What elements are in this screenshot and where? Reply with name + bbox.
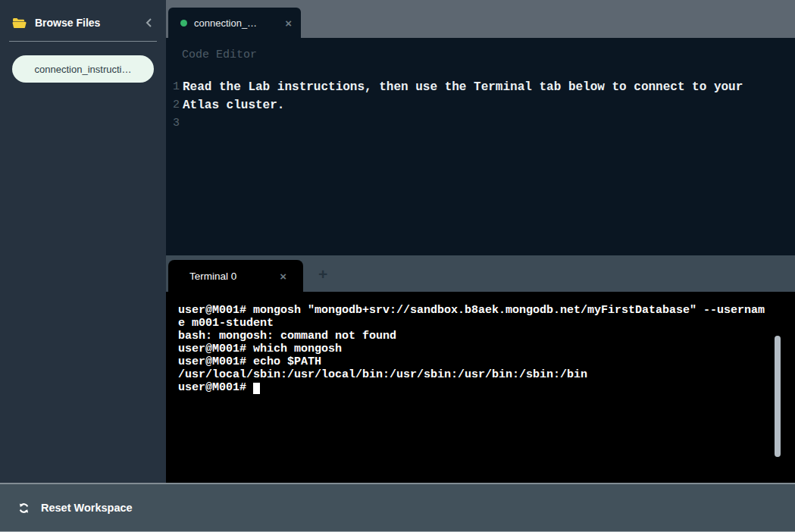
code-line: 2 Atlas cluster.	[166, 96, 795, 114]
reset-workspace-label: Reset Workspace	[41, 502, 133, 514]
code-text: Read the Lab instructions, then use the …	[183, 78, 743, 96]
sidebar-header: Browse Files	[0, 0, 166, 41]
file-browser-sidebar: Browse Files connection_instructi…	[0, 0, 166, 483]
footer-bar: Reset Workspace	[0, 483, 795, 532]
unsaved-changes-dot-icon	[180, 20, 187, 27]
line-number: 2	[172, 96, 180, 114]
terminal-scrollbar-thumb[interactable]	[775, 336, 781, 457]
sidebar-divider	[9, 41, 157, 42]
code-editor[interactable]: Code Editor 1 Read the Lab instructions,…	[166, 38, 795, 255]
refresh-icon	[18, 502, 30, 514]
code-line: 1 Read the Lab instructions, then use th…	[166, 78, 795, 96]
sidebar-title: Browse Files	[35, 17, 136, 29]
terminal-cursor	[253, 383, 260, 394]
reset-workspace-button[interactable]: Reset Workspace	[18, 502, 133, 514]
terminal-prompt: user@M001#	[178, 381, 253, 394]
lab-workspace: Browse Files connection_instructi…	[0, 0, 795, 532]
terminal-tabbar: Terminal 0 × +	[166, 255, 795, 292]
editor-pane: connection_… × Code Editor 1 Read the La…	[166, 0, 795, 255]
terminal-output[interactable]: user@M001# mongosh "mongodb+srv://sandbo…	[166, 292, 795, 483]
collapse-sidebar-button[interactable]	[145, 17, 152, 28]
code-text: Atlas cluster.	[183, 96, 284, 114]
terminal-line: bash: mongosh: command not found	[178, 330, 772, 343]
close-icon[interactable]: ×	[285, 17, 292, 29]
line-number: 3	[172, 114, 180, 133]
editor-tabbar: connection_… ×	[166, 0, 795, 38]
content-column: connection_… × Code Editor 1 Read the La…	[166, 0, 795, 483]
add-terminal-icon[interactable]: +	[314, 266, 332, 282]
editor-placeholder-label: Code Editor	[166, 48, 795, 63]
terminal-tab-0[interactable]: Terminal 0 ×	[168, 260, 303, 292]
file-item-connection-instructions[interactable]: connection_instructi…	[12, 55, 154, 83]
chevron-left-icon	[145, 17, 152, 28]
line-number: 1	[172, 78, 180, 96]
file-item-label: connection_instructi…	[35, 64, 132, 75]
folder-icon	[12, 17, 27, 29]
terminal-line: user@M001# echo $PATH	[178, 355, 772, 368]
terminal-tab-label: Terminal 0	[189, 271, 236, 282]
terminal-pane: Terminal 0 × + user@M001# mongosh "mongo…	[166, 255, 795, 483]
main-area: Browse Files connection_instructi…	[0, 0, 795, 483]
close-icon[interactable]: ×	[280, 271, 286, 282]
code-line: 3	[166, 114, 795, 133]
terminal-line: /usr/local/sbin:/usr/local/bin:/usr/sbin…	[178, 368, 772, 381]
terminal-line: user@M001# mongosh "mongodb+srv://sandbo…	[178, 304, 772, 317]
editor-tab-label: connection_…	[194, 17, 278, 29]
editor-tab-connection-instructions[interactable]: connection_… ×	[168, 8, 301, 38]
terminal-line: e m001-student	[178, 317, 772, 330]
terminal-line: user@M001# which mongosh	[178, 343, 772, 355]
terminal-prompt-line: user@M001#	[178, 381, 772, 394]
